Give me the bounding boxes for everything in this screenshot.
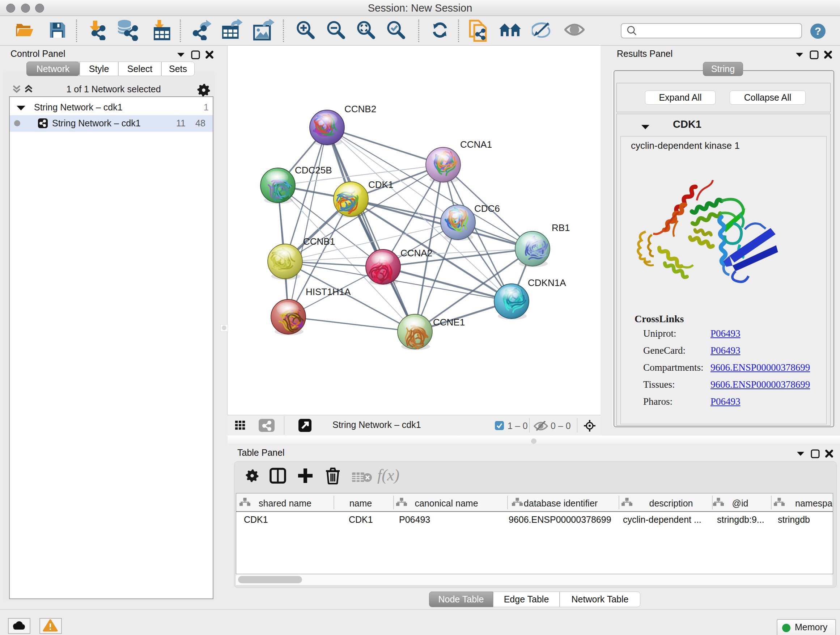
svg-text:CDK1: CDK1 [368, 179, 393, 190]
svg-text:CCNA2: CCNA2 [401, 248, 432, 258]
svg-text:CCNB2: CCNB2 [344, 103, 376, 114]
svg-text:RB1: RB1 [552, 222, 570, 233]
svg-text:CCNA1: CCNA1 [460, 139, 492, 150]
svg-text:CCNE1: CCNE1 [433, 317, 465, 328]
svg-text:CDC25B: CDC25B [295, 165, 332, 176]
svg-text:CDKN1A: CDKN1A [528, 277, 566, 288]
svg-text:CCNB1: CCNB1 [303, 236, 335, 247]
svg-text:HIST1H1A: HIST1H1A [306, 287, 351, 297]
svg-text:CDC6: CDC6 [474, 203, 500, 214]
